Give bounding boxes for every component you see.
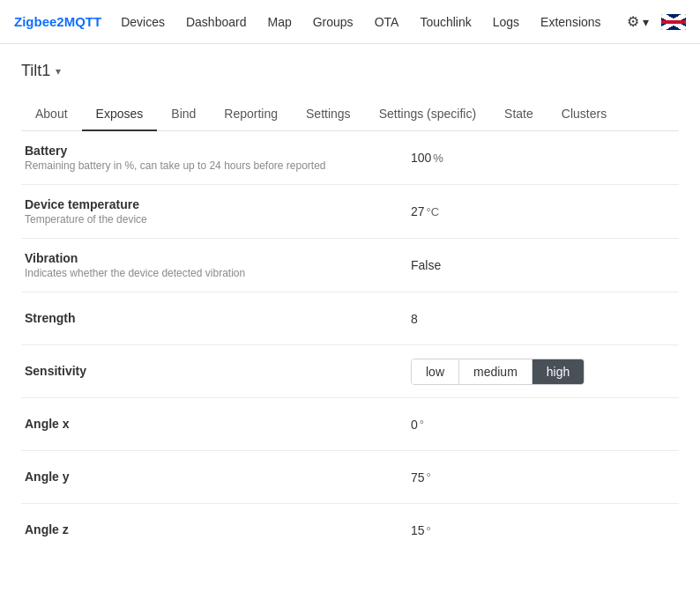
navbar: Zigbee2MQTT Devices Dashboard Map Groups… <box>0 0 700 44</box>
vibration-description: Indicates whether the device detected vi… <box>25 267 411 279</box>
sensitivity-medium-button[interactable]: medium <box>459 359 532 384</box>
angle-z-label: Angle z <box>25 522 411 536</box>
angle-y-label: Angle y <box>25 470 411 484</box>
battery-value: 100 <box>411 151 431 165</box>
tab-exposes[interactable]: Exposes <box>82 98 158 131</box>
angle-x-label: Angle x <box>25 417 411 431</box>
battery-label-col: Battery Remaining battery in %, can take… <box>25 144 411 172</box>
tab-settings[interactable]: Settings <box>292 98 365 131</box>
gear-chevron: ▾ <box>643 15 649 29</box>
sensitivity-btn-group: low medium high <box>411 359 585 385</box>
device-selector: Tilt1 ▾ <box>21 62 679 80</box>
nav-item-ota[interactable]: OTA <box>366 10 408 34</box>
navbar-brand[interactable]: Zigbee2MQTT <box>14 14 101 29</box>
angle-y-label-col: Angle y <box>25 470 411 485</box>
tab-about[interactable]: About <box>21 98 82 131</box>
device-temperature-value: 27 <box>411 204 425 218</box>
strength-label-col: Strength <box>25 311 411 327</box>
battery-value-col: 100 % <box>411 151 675 165</box>
angle-x-label-col: Angle x <box>25 417 411 433</box>
tab-reporting[interactable]: Reporting <box>210 98 292 131</box>
device-dropdown-chevron[interactable]: ▾ <box>56 65 61 78</box>
page-content: Tilt1 ▾ About Exposes Bind Reporting Set… <box>0 44 700 592</box>
language-flag[interactable] <box>661 14 686 30</box>
row-vibration: Vibration Indicates whether the device d… <box>21 239 679 292</box>
nav-item-extensions[interactable]: Extensions <box>532 10 609 34</box>
settings-menu[interactable]: ⚙ ▾ <box>618 8 658 35</box>
angle-x-unit: ° <box>420 418 424 431</box>
nav-item-touchlink[interactable]: Touchlink <box>411 10 480 34</box>
nav-item-groups[interactable]: Groups <box>304 10 362 34</box>
exposes-content: Battery Remaining battery in %, can take… <box>21 131 679 557</box>
tab-settings-specific[interactable]: Settings (specific) <box>365 98 490 131</box>
strength-label: Strength <box>25 311 411 325</box>
angle-z-unit: ° <box>427 524 431 537</box>
strength-value-col: 8 <box>411 312 675 326</box>
sensitivity-low-button[interactable]: low <box>412 359 459 384</box>
vibration-value: False <box>411 258 441 272</box>
sensitivity-high-button[interactable]: high <box>532 359 584 384</box>
angle-y-unit: ° <box>427 470 431 484</box>
row-strength: Strength 8 <box>21 292 679 345</box>
tab-clusters[interactable]: Clusters <box>547 98 621 131</box>
strength-value: 8 <box>411 312 418 326</box>
nav-item-map[interactable]: Map <box>258 10 300 34</box>
angle-z-value-col: 15 ° <box>411 523 675 537</box>
device-temperature-value-col: 27 °C <box>411 204 675 218</box>
device-temperature-label-col: Device temperature Temperature of the de… <box>25 197 411 226</box>
device-name: Tilt1 <box>21 62 50 80</box>
gear-icon: ⚙ <box>627 13 639 30</box>
tabs-container: About Exposes Bind Reporting Settings Se… <box>21 98 679 131</box>
nav-item-devices[interactable]: Devices <box>112 10 174 34</box>
device-temperature-label: Device temperature <box>25 197 411 211</box>
row-sensitivity: Sensitivity low medium high <box>21 345 679 398</box>
vibration-value-col: False <box>411 258 675 272</box>
row-device-temperature: Device temperature Temperature of the de… <box>21 185 679 239</box>
angle-x-value-col: 0 ° <box>411 418 675 432</box>
vibration-label: Vibration <box>25 251 411 265</box>
tab-bind[interactable]: Bind <box>157 98 210 131</box>
angle-z-label-col: Angle z <box>25 522 411 538</box>
device-temperature-unit: °C <box>427 205 440 218</box>
row-angle-y: Angle y 75 ° <box>21 451 679 504</box>
sensitivity-label: Sensitivity <box>25 364 411 378</box>
sensitivity-value-col: low medium high <box>411 359 675 385</box>
sensitivity-label-col: Sensitivity <box>25 364 411 380</box>
tab-state[interactable]: State <box>490 98 547 131</box>
nav-item-dashboard[interactable]: Dashboard <box>177 10 256 34</box>
nav-item-logs[interactable]: Logs <box>484 10 528 34</box>
angle-x-value: 0 <box>411 418 418 432</box>
angle-y-value-col: 75 ° <box>411 470 675 485</box>
angle-y-value: 75 <box>411 470 425 485</box>
row-angle-z: Angle z 15 ° <box>21 504 679 557</box>
device-temperature-description: Temperature of the device <box>25 213 411 226</box>
battery-label: Battery <box>25 144 411 158</box>
angle-z-value: 15 <box>411 523 425 537</box>
row-angle-x: Angle x 0 ° <box>21 398 679 451</box>
row-battery: Battery Remaining battery in %, can take… <box>21 131 679 185</box>
vibration-label-col: Vibration Indicates whether the device d… <box>25 251 411 279</box>
battery-unit: % <box>433 152 443 165</box>
battery-description: Remaining battery in %, can take up to 2… <box>25 159 411 172</box>
